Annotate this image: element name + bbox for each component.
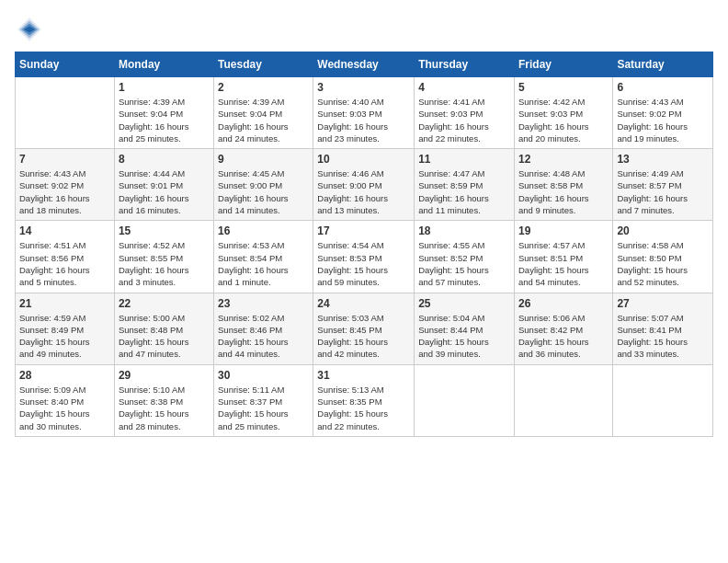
day-number: 30 — [218, 369, 309, 382]
calendar-week-row: 21Sunrise: 4:59 AM Sunset: 8:49 PM Dayli… — [16, 293, 713, 364]
day-number: 31 — [317, 369, 410, 382]
day-number: 19 — [518, 224, 609, 237]
day-number: 17 — [317, 224, 410, 237]
day-number: 11 — [418, 153, 510, 166]
calendar-cell: 20Sunrise: 4:58 AM Sunset: 8:50 PM Dayli… — [613, 221, 713, 293]
calendar-week-row: 14Sunrise: 4:51 AM Sunset: 8:56 PM Dayli… — [16, 221, 713, 293]
logo-icon — [15, 15, 44, 44]
day-number: 13 — [617, 153, 709, 166]
calendar-cell: 7Sunrise: 4:43 AM Sunset: 9:02 PM Daylig… — [16, 149, 115, 221]
calendar-cell: 19Sunrise: 4:57 AM Sunset: 8:51 PM Dayli… — [514, 221, 612, 293]
day-number: 26 — [518, 297, 609, 310]
calendar-cell: 2Sunrise: 4:39 AM Sunset: 9:04 PM Daylig… — [214, 77, 313, 149]
day-number: 2 — [218, 81, 309, 94]
calendar-cell: 25Sunrise: 5:04 AM Sunset: 8:44 PM Dayli… — [415, 293, 515, 364]
day-info: Sunrise: 4:39 AM Sunset: 9:04 PM Dayligh… — [218, 96, 309, 144]
day-info: Sunrise: 4:39 AM Sunset: 9:04 PM Dayligh… — [119, 96, 210, 144]
col-header-friday: Friday — [514, 52, 612, 77]
day-info: Sunrise: 4:55 AM Sunset: 8:52 PM Dayligh… — [418, 239, 510, 288]
calendar-cell: 17Sunrise: 4:54 AM Sunset: 8:53 PM Dayli… — [313, 221, 415, 293]
calendar-cell: 31Sunrise: 5:13 AM Sunset: 8:35 PM Dayli… — [313, 364, 415, 436]
day-info: Sunrise: 4:51 AM Sunset: 8:56 PM Dayligh… — [19, 239, 110, 288]
day-info: Sunrise: 4:58 AM Sunset: 8:50 PM Dayligh… — [617, 239, 709, 288]
day-number: 7 — [19, 153, 110, 166]
calendar-cell: 21Sunrise: 4:59 AM Sunset: 8:49 PM Dayli… — [16, 293, 115, 364]
page-header — [15, 15, 713, 44]
day-info: Sunrise: 4:46 AM Sunset: 9:00 PM Dayligh… — [317, 167, 410, 216]
calendar-cell: 10Sunrise: 4:46 AM Sunset: 9:00 PM Dayli… — [313, 149, 415, 221]
col-header-thursday: Thursday — [415, 52, 515, 77]
day-number: 5 — [518, 81, 609, 94]
day-info: Sunrise: 5:06 AM Sunset: 8:42 PM Dayligh… — [518, 312, 609, 361]
day-info: Sunrise: 4:52 AM Sunset: 8:55 PM Dayligh… — [119, 239, 210, 288]
day-number: 8 — [119, 153, 210, 166]
calendar-cell: 12Sunrise: 4:48 AM Sunset: 8:58 PM Dayli… — [514, 149, 612, 221]
calendar-cell: 16Sunrise: 4:53 AM Sunset: 8:54 PM Dayli… — [214, 221, 313, 293]
calendar-cell: 29Sunrise: 5:10 AM Sunset: 8:38 PM Dayli… — [114, 364, 213, 436]
calendar-cell: 26Sunrise: 5:06 AM Sunset: 8:42 PM Dayli… — [514, 293, 612, 364]
calendar-header-row: SundayMondayTuesdayWednesdayThursdayFrid… — [16, 52, 713, 77]
day-number: 4 — [418, 81, 510, 94]
day-number: 23 — [218, 297, 309, 310]
calendar-cell: 8Sunrise: 4:44 AM Sunset: 9:01 PM Daylig… — [114, 149, 213, 221]
day-info: Sunrise: 5:10 AM Sunset: 8:38 PM Dayligh… — [119, 384, 210, 432]
day-info: Sunrise: 4:45 AM Sunset: 9:00 PM Dayligh… — [218, 167, 309, 216]
day-number: 3 — [317, 81, 410, 94]
col-header-tuesday: Tuesday — [214, 52, 313, 77]
day-info: Sunrise: 4:54 AM Sunset: 8:53 PM Dayligh… — [317, 239, 410, 288]
calendar-week-row: 28Sunrise: 5:09 AM Sunset: 8:40 PM Dayli… — [16, 364, 713, 436]
day-info: Sunrise: 4:59 AM Sunset: 8:49 PM Dayligh… — [19, 312, 110, 361]
calendar-cell: 13Sunrise: 4:49 AM Sunset: 8:57 PM Dayli… — [613, 149, 713, 221]
day-info: Sunrise: 5:04 AM Sunset: 8:44 PM Dayligh… — [418, 312, 510, 361]
calendar-cell — [16, 77, 115, 149]
day-info: Sunrise: 4:42 AM Sunset: 9:03 PM Dayligh… — [518, 96, 609, 144]
day-info: Sunrise: 4:47 AM Sunset: 8:59 PM Dayligh… — [418, 167, 510, 216]
calendar-cell: 14Sunrise: 4:51 AM Sunset: 8:56 PM Dayli… — [16, 221, 115, 293]
col-header-saturday: Saturday — [613, 52, 713, 77]
day-number: 1 — [119, 81, 210, 94]
calendar-cell: 28Sunrise: 5:09 AM Sunset: 8:40 PM Dayli… — [16, 364, 115, 436]
col-header-wednesday: Wednesday — [313, 52, 415, 77]
calendar-cell: 1Sunrise: 4:39 AM Sunset: 9:04 PM Daylig… — [114, 77, 213, 149]
day-info: Sunrise: 5:00 AM Sunset: 8:48 PM Dayligh… — [119, 312, 210, 361]
day-number: 18 — [418, 224, 510, 237]
calendar-week-row: 7Sunrise: 4:43 AM Sunset: 9:02 PM Daylig… — [16, 149, 713, 221]
day-number: 28 — [19, 369, 110, 382]
calendar-cell: 11Sunrise: 4:47 AM Sunset: 8:59 PM Dayli… — [415, 149, 515, 221]
day-info: Sunrise: 5:03 AM Sunset: 8:45 PM Dayligh… — [317, 312, 410, 361]
calendar-cell: 6Sunrise: 4:43 AM Sunset: 9:02 PM Daylig… — [613, 77, 713, 149]
calendar-table: SundayMondayTuesdayWednesdayThursdayFrid… — [15, 52, 713, 437]
day-number: 10 — [317, 153, 410, 166]
day-number: 12 — [518, 153, 609, 166]
day-info: Sunrise: 4:49 AM Sunset: 8:57 PM Dayligh… — [617, 167, 709, 216]
calendar-cell — [415, 364, 515, 436]
day-info: Sunrise: 4:43 AM Sunset: 9:02 PM Dayligh… — [19, 167, 110, 216]
calendar-cell: 23Sunrise: 5:02 AM Sunset: 8:46 PM Dayli… — [214, 293, 313, 364]
calendar-cell: 5Sunrise: 4:42 AM Sunset: 9:03 PM Daylig… — [514, 77, 612, 149]
day-info: Sunrise: 4:57 AM Sunset: 8:51 PM Dayligh… — [518, 239, 609, 288]
day-number: 14 — [19, 224, 110, 237]
day-number: 29 — [119, 369, 210, 382]
day-info: Sunrise: 5:07 AM Sunset: 8:41 PM Dayligh… — [617, 312, 709, 361]
calendar-cell — [514, 364, 612, 436]
calendar-cell: 30Sunrise: 5:11 AM Sunset: 8:37 PM Dayli… — [214, 364, 313, 436]
day-info: Sunrise: 5:09 AM Sunset: 8:40 PM Dayligh… — [19, 384, 110, 432]
day-info: Sunrise: 5:11 AM Sunset: 8:37 PM Dayligh… — [218, 384, 309, 432]
col-header-sunday: Sunday — [16, 52, 115, 77]
col-header-monday: Monday — [114, 52, 213, 77]
calendar-cell: 18Sunrise: 4:55 AM Sunset: 8:52 PM Dayli… — [415, 221, 515, 293]
day-number: 27 — [617, 297, 709, 310]
day-number: 21 — [19, 297, 110, 310]
calendar-cell: 4Sunrise: 4:41 AM Sunset: 9:03 PM Daylig… — [415, 77, 515, 149]
day-info: Sunrise: 5:02 AM Sunset: 8:46 PM Dayligh… — [218, 312, 309, 361]
day-number: 25 — [418, 297, 510, 310]
logo — [15, 15, 48, 44]
day-number: 15 — [119, 224, 210, 237]
day-info: Sunrise: 4:40 AM Sunset: 9:03 PM Dayligh… — [317, 96, 410, 144]
day-info: Sunrise: 4:44 AM Sunset: 9:01 PM Dayligh… — [119, 167, 210, 216]
day-info: Sunrise: 4:43 AM Sunset: 9:02 PM Dayligh… — [617, 96, 709, 144]
calendar-cell: 24Sunrise: 5:03 AM Sunset: 8:45 PM Dayli… — [313, 293, 415, 364]
day-info: Sunrise: 5:13 AM Sunset: 8:35 PM Dayligh… — [317, 384, 410, 432]
day-info: Sunrise: 4:48 AM Sunset: 8:58 PM Dayligh… — [518, 167, 609, 216]
day-number: 24 — [317, 297, 410, 310]
